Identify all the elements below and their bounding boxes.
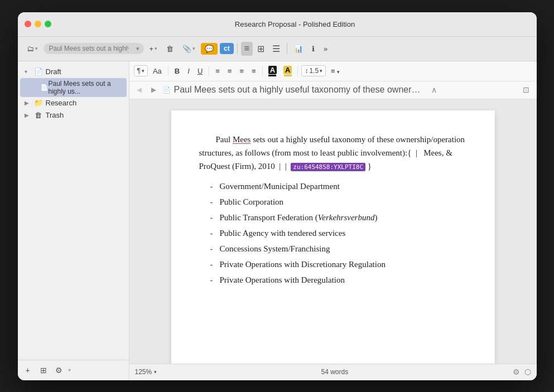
add-chevron-icon: ▾ <box>155 46 157 51</box>
sidebar: ▾ 📄 Draft 📄 Paul Mees sets out a highly … <box>18 61 129 380</box>
nav-forward-button[interactable]: ▶ <box>148 84 160 95</box>
italic-button[interactable]: I <box>185 66 192 76</box>
format-sep-2 <box>209 66 209 76</box>
doc-icon: 📄 <box>40 84 49 91</box>
citation-key-tag: zu:6454858:YXLPTI8C <box>291 163 365 171</box>
search-input[interactable] <box>44 43 144 54</box>
align-center-icon: ≡ <box>228 67 232 75</box>
align-right-button[interactable]: ≡ <box>237 66 247 76</box>
paragraph-style-dropdown[interactable]: ¶ ▾ <box>134 65 148 76</box>
sidebar-settings-chevron-icon: ▾ <box>68 367 71 373</box>
sidebar-add-button[interactable]: + <box>21 364 35 377</box>
list-item-label-1: Government/Municipal Department <box>220 180 340 193</box>
attach-chevron-icon: ▾ <box>192 46 195 51</box>
bullet-dash-6: - <box>210 258 213 271</box>
list-icon: ≡ <box>244 43 249 53</box>
more-icon: » <box>324 45 327 53</box>
list-item: - Private Operations with Deregulation <box>199 273 467 287</box>
zoom-control[interactable]: 125% ▾ <box>135 368 157 376</box>
nav-expand-button[interactable]: ⊡ <box>520 84 532 95</box>
info-button[interactable]: ℹ <box>309 42 318 55</box>
minimize-button[interactable] <box>35 21 41 27</box>
sidebar-item-research[interactable]: ▶ 📁 Research <box>20 97 127 109</box>
toolbar-sep-1 <box>237 43 238 54</box>
sidebar-content: ▾ 📄 Draft 📄 Paul Mees sets out a highly … <box>18 61 129 360</box>
sidebar-grid-button[interactable]: ⊞ <box>37 364 50 377</box>
view-buttons: ≡ ⊞ ☰ <box>241 42 283 56</box>
export-icon[interactable]: ⬡ <box>524 367 531 376</box>
italic-icon: I <box>187 67 190 75</box>
lh-chevron-icon: ▾ <box>320 68 322 74</box>
list-item-label-2: Public Corporation <box>220 195 284 209</box>
settings-icon[interactable]: ⚙ <box>513 367 520 376</box>
add-button[interactable]: + ▾ <box>146 42 161 55</box>
highlight-swatch <box>284 75 292 76</box>
list-item-label-3: Public Transport Federation (Verkehrsver… <box>220 211 378 224</box>
sidebar-settings-button[interactable]: ⚙ <box>52 364 66 377</box>
nav-up-button[interactable]: ∧ <box>428 84 440 95</box>
title-bar: Research Proposal - Polished Edition <box>18 12 537 37</box>
align-justify-button[interactable]: ≡ <box>249 66 259 76</box>
para-icon: ¶ <box>137 67 141 75</box>
trash-button[interactable]: 🗑 <box>163 42 177 55</box>
sidebar-item-paul-mees[interactable]: 📄 Paul Mees sets out a highly us... <box>20 78 127 97</box>
traffic-lights <box>25 21 51 27</box>
align-left-icon: ≡ <box>215 67 220 75</box>
list-style-button[interactable]: ≡ ▾ <box>328 66 343 76</box>
bold-icon: B <box>175 67 180 75</box>
underline-button[interactable]: U <box>195 66 205 76</box>
bullet-dash-3: - <box>210 211 213 224</box>
folder-button[interactable]: 🗂 ▾ <box>23 42 41 55</box>
chart-icon: 📊 <box>294 45 303 53</box>
info-icon: ℹ <box>312 45 315 53</box>
font-size-icon: Aa <box>153 67 162 75</box>
close-button[interactable] <box>25 21 31 27</box>
attach-button[interactable]: 📎 ▾ <box>179 42 199 55</box>
sidebar-draft-label: Draft <box>46 67 122 76</box>
text-color-button[interactable]: A <box>266 65 279 78</box>
bullet-dash-7: - <box>210 273 213 287</box>
maximize-button[interactable] <box>45 21 51 27</box>
sidebar-research-label: Research <box>46 99 122 107</box>
sidebar-item-draft[interactable]: ▾ 📄 Draft <box>20 66 127 78</box>
citation-button[interactable]: ct <box>220 43 234 54</box>
list-item: - Public Corporation <box>199 195 467 209</box>
font-size-button[interactable]: Aa <box>150 66 165 76</box>
nav-back-button[interactable]: ◀ <box>134 84 145 95</box>
comment-button[interactable]: 💬 <box>201 43 218 55</box>
bold-button[interactable]: B <box>172 66 182 76</box>
chart-button[interactable]: 📊 <box>291 42 306 55</box>
trash-folder-icon: 🗑 <box>34 111 43 120</box>
grid-icon: ⊞ <box>257 44 264 54</box>
zoom-chevron-icon: ▾ <box>154 369 157 375</box>
status-right-icons: ⚙ ⬡ <box>513 367 531 376</box>
sidebar-item-trash[interactable]: ▶ 🗑 Trash <box>20 109 127 122</box>
more-button[interactable]: » <box>320 42 331 55</box>
para-chevron-icon: ▾ <box>142 68 144 74</box>
doc-area: ¶ ▾ Aa B I U ≡ <box>129 61 537 380</box>
sidebar-trash-label: Trash <box>46 111 122 119</box>
view-detail-button[interactable]: ☰ <box>269 42 283 56</box>
highlight-color-button[interactable]: A <box>281 65 294 78</box>
folder-chevron-icon: ▾ <box>35 46 38 51</box>
format-sep-4 <box>297 66 298 76</box>
line-height-dropdown[interactable]: ↕ 1.5 ▾ <box>301 65 326 76</box>
search-icon: ▾ <box>136 45 139 52</box>
citation-label: ct <box>224 45 230 52</box>
verkehrsverbund-text: Verkehrsverbund <box>318 213 375 222</box>
window-title: Research Proposal - Polished Edition <box>60 20 530 28</box>
paul-mees-name: Paul Mees <box>216 135 251 144</box>
doc-scroll-area[interactable]: Paul Mees sets out a highly useful taxon… <box>129 99 537 364</box>
view-grid-button[interactable]: ⊞ <box>254 42 268 56</box>
underline-icon: U <box>197 67 203 75</box>
sidebar-paul-mees-label: Paul Mees sets out a highly us... <box>49 80 122 95</box>
list-item: - Concessions System/Franchising <box>199 242 467 255</box>
align-left-button[interactable]: ≡ <box>213 66 223 76</box>
trash-icon: 🗑 <box>166 45 174 53</box>
bullet-dash-1: - <box>210 180 213 193</box>
research-folder-icon: 📁 <box>34 99 43 108</box>
align-center-button[interactable]: ≡ <box>225 66 235 76</box>
line-height-value: 1.5 <box>309 67 319 75</box>
view-list-button[interactable]: ≡ <box>241 42 253 56</box>
mees-underline-text: Mees <box>233 135 251 144</box>
